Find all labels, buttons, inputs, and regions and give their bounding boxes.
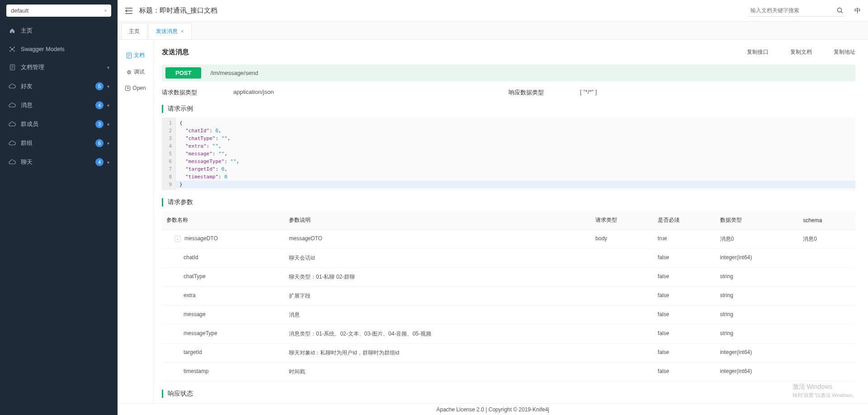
req-type-label: 请求数据类型	[162, 89, 197, 97]
sidebar-item-2[interactable]: 文档管理▾	[0, 58, 118, 77]
doc-action-2[interactable]: 复制地址	[834, 48, 855, 56]
sidebar-item-label: 消息	[21, 101, 95, 109]
expand-toggle[interactable]: -	[175, 236, 181, 242]
doc-action-0[interactable]: 复制接口	[747, 48, 769, 56]
sidebar-item-5[interactable]: 群成员3▾	[0, 115, 118, 134]
rail-item-文档[interactable]: 文档	[118, 47, 153, 64]
chevron-down-icon: ▾	[107, 160, 109, 165]
param-row: chatId聊天会话idfalseinteger(int64)	[162, 249, 855, 268]
table-header: 参数名称	[162, 211, 284, 230]
method-badge: POST	[165, 67, 201, 79]
table-header: 请求类型	[591, 211, 653, 230]
svg-point-9	[838, 8, 842, 12]
table-header: schema	[798, 211, 855, 230]
param-row: -messageDTOmessageDTObodytrue消息0消息0	[162, 230, 855, 249]
model-icon	[8, 46, 16, 52]
doc-icon	[126, 52, 132, 59]
rail-item-label: 文档	[134, 51, 145, 59]
method-row: POST /im/message/send	[162, 65, 855, 81]
sidebar-item-label: 群成员	[21, 120, 95, 128]
table-header: 参数说明	[284, 211, 591, 230]
sidebar-item-4[interactable]: 消息4▾	[0, 96, 118, 115]
section-response-title: 响应状态	[162, 390, 855, 398]
param-row: message消息falsestring	[162, 306, 855, 325]
count-badge: 5	[95, 82, 104, 90]
cloud-icon	[8, 159, 16, 165]
api-path: /im/message/send	[210, 70, 258, 76]
cloud-icon	[8, 103, 16, 108]
group-selector[interactable]: default ▾	[6, 5, 111, 17]
collapse-sidebar-button[interactable]	[125, 7, 133, 14]
chevron-down-icon: ▾	[107, 141, 109, 146]
close-icon[interactable]: ✕	[180, 29, 184, 34]
search-icon[interactable]	[837, 7, 844, 14]
count-badge: 3	[95, 120, 104, 128]
count-badge: 6	[95, 139, 104, 147]
sidebar-item-label: Swagger Models	[21, 46, 109, 52]
params-table: 参数名称参数说明请求类型是否必须数据类型schema -messageDTOme…	[162, 211, 855, 382]
chevron-down-icon: ▾	[107, 103, 109, 108]
request-example: 123456789 { "chatId": 0, "chatType": "",…	[162, 117, 855, 190]
group-selector-value: default	[11, 7, 28, 14]
res-type-label: 响应数据类型	[509, 89, 544, 97]
count-badge: 4	[95, 158, 104, 166]
doc-panel: 发送消息 复制接口复制文档复制地址 POST /im/message/send …	[154, 40, 868, 415]
rail-item-label: Open	[132, 85, 146, 91]
chevron-down-icon: ▾	[107, 84, 109, 89]
table-header: 数据类型	[716, 211, 799, 230]
bug-icon	[126, 69, 132, 75]
table-header: 是否必须	[653, 211, 716, 230]
chevron-down-icon: ▾	[107, 65, 109, 70]
rail-item-label: 调试	[134, 68, 145, 76]
cloud-icon	[8, 84, 16, 89]
sidebar: default ▾ 主页Swagger Models文档管理▾好友5▾消息4▾群…	[0, 0, 118, 415]
page-title: 标题：即时通讯_接口文档	[139, 6, 742, 15]
tabs-bar: 主页发送消息✕	[118, 22, 868, 40]
chevron-down-icon: ▾	[107, 122, 109, 127]
open-icon	[125, 85, 131, 91]
action-rail: 文档调试Open	[118, 40, 154, 415]
rail-item-调试[interactable]: 调试	[118, 64, 153, 80]
home-icon	[8, 28, 16, 34]
top-bar: 标题：即时通讯_接口文档 中	[118, 0, 868, 22]
sidebar-item-6[interactable]: 群组6▾	[0, 134, 118, 153]
req-type-value: application/json	[233, 89, 274, 97]
param-row: targetId聊天对象id：私聊时为用户id，群聊时为群组idfalseint…	[162, 344, 855, 363]
section-params-title: 请求参数	[162, 198, 855, 206]
svg-line-10	[841, 11, 843, 13]
api-title: 发送消息	[162, 48, 747, 56]
doc-action-1[interactable]: 复制文档	[790, 48, 812, 56]
section-example-title: 请求示例	[162, 105, 855, 113]
footer: Apache License 2.0 | Copyright © 2019-Kn…	[118, 403, 868, 415]
footer-brand-link[interactable]: Knife4j	[533, 406, 549, 413]
doc-actions: 复制接口复制文档复制地址	[747, 48, 855, 56]
sidebar-item-label: 聊天	[21, 158, 95, 166]
sidebar-menu: 主页Swagger Models文档管理▾好友5▾消息4▾群成员3▾群组6▾聊天…	[0, 21, 118, 415]
chevron-down-icon: ▾	[104, 8, 107, 13]
tab-label: 发送消息	[156, 28, 178, 35]
res-type-value: [ "*/*" ]	[580, 89, 597, 97]
tab-0[interactable]: 主页	[121, 23, 147, 39]
sidebar-item-7[interactable]: 聊天4▾	[0, 153, 118, 172]
cloud-icon	[8, 121, 16, 127]
tab-1[interactable]: 发送消息✕	[148, 23, 192, 39]
language-button[interactable]: 中	[854, 7, 861, 15]
sidebar-item-label: 好友	[21, 82, 95, 90]
doc-icon	[8, 64, 16, 70]
sidebar-item-1[interactable]: Swagger Models	[0, 40, 118, 58]
param-row: timestamp时间戳falseinteger(int64)	[162, 363, 855, 382]
param-row: chatType聊天类型：01-私聊 02-群聊falsestring	[162, 268, 855, 287]
sidebar-item-label: 群组	[21, 139, 95, 147]
search-input[interactable]	[749, 5, 835, 16]
param-row: extra扩展字段falsestring	[162, 287, 855, 306]
rail-item-open[interactable]: Open	[118, 80, 153, 96]
cloud-icon	[8, 140, 16, 146]
count-badge: 4	[95, 101, 104, 109]
sidebar-item-label: 文档管理	[21, 63, 107, 71]
sidebar-item-0[interactable]: 主页	[0, 21, 118, 40]
tab-label: 主页	[129, 28, 140, 35]
search-box	[749, 5, 844, 17]
sidebar-item-3[interactable]: 好友5▾	[0, 77, 118, 96]
sidebar-item-label: 主页	[21, 27, 109, 35]
param-row: messageType消息类型：01-系统、02-文本、03-图片、04-音频、…	[162, 325, 855, 344]
